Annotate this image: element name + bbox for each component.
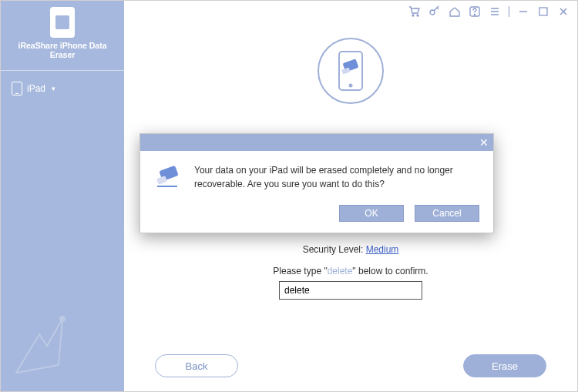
dialog-message: Your data on your iPad will be erased co…	[194, 163, 479, 194]
titlebar	[124, 1, 577, 22]
maximize-button[interactable]	[537, 5, 549, 18]
dialog-body: Your data on your iPad will be erased co…	[140, 151, 493, 202]
footer-buttons: Back Erase	[124, 354, 577, 377]
back-button[interactable]: Back	[155, 354, 238, 377]
svg-point-8	[349, 84, 353, 88]
tablet-icon	[12, 82, 22, 95]
dialog-ok-button[interactable]: OK	[339, 205, 404, 222]
hero-erase-icon	[318, 38, 384, 104]
dialog-actions: OK Cancel	[140, 202, 493, 233]
sidebar-decoration	[8, 311, 101, 384]
device-label: iPad	[27, 83, 45, 94]
security-level-label: Security Level:	[303, 244, 364, 255]
app-title: iReaShare iPhone Data Eraser	[8, 41, 116, 59]
titlebar-separator	[509, 6, 509, 17]
eraser-icon	[154, 163, 182, 194]
app-logo: iReaShare iPhone Data Eraser	[8, 7, 116, 59]
key-icon[interactable]	[428, 5, 441, 18]
svg-point-5	[474, 14, 475, 15]
device-selector[interactable]: iPad ▾	[1, 75, 124, 102]
confirm-input[interactable]	[279, 281, 422, 300]
svg-rect-6	[539, 8, 547, 15]
dialog-titlebar: ✕	[140, 134, 493, 151]
confirm-suffix: " below to confirm.	[352, 266, 428, 276]
help-icon[interactable]	[469, 5, 481, 18]
menu-icon[interactable]	[489, 5, 501, 18]
chevron-down-icon: ▾	[52, 85, 55, 92]
minimize-button[interactable]	[517, 5, 529, 18]
app-logo-icon	[50, 7, 75, 38]
cart-icon[interactable]	[408, 5, 421, 18]
svg-rect-10	[341, 67, 350, 74]
dialog-close-icon[interactable]: ✕	[479, 137, 489, 148]
confirm-hint: delete	[328, 266, 353, 276]
svg-point-2	[417, 15, 418, 16]
confirm-dialog: ✕ Your data on your iPad will be erased …	[139, 133, 494, 233]
erase-button[interactable]: Erase	[463, 354, 546, 377]
close-button[interactable]	[557, 5, 570, 18]
svg-point-0	[59, 316, 66, 322]
confirm-instruction: Please type "delete" below to confirm.	[273, 266, 428, 276]
svg-point-1	[412, 15, 414, 16]
dialog-cancel-button[interactable]: Cancel	[415, 205, 479, 222]
confirm-prefix: Please type "	[273, 266, 327, 276]
sidebar-header: iReaShare iPhone Data Eraser	[1, 1, 124, 65]
security-level-row: Security Level: Medium	[303, 244, 399, 255]
sidebar: iReaShare iPhone Data Eraser iPad ▾	[1, 1, 124, 391]
home-icon[interactable]	[449, 5, 461, 18]
sidebar-divider	[1, 70, 124, 71]
security-level-link[interactable]: Medium	[366, 244, 399, 255]
